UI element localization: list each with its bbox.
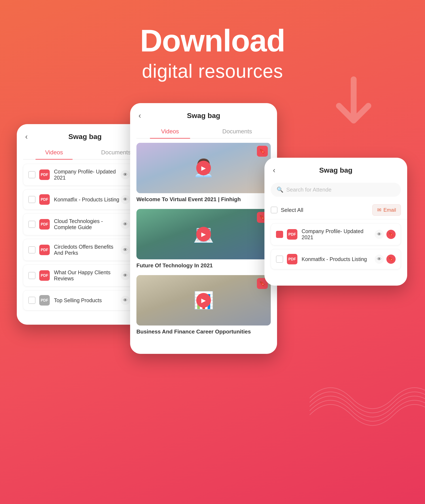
right-pdf-icon-1: PDF (287, 229, 297, 240)
video-label-3: Business And Finance Career Opportunitie… (136, 329, 271, 335)
phone-center-tabs: Videos Documents (136, 124, 271, 139)
doc-name-6: Top Selling Products (54, 297, 121, 303)
doc-checkbox-6[interactable] (28, 297, 35, 304)
right-doc-name-2: Konmatfix - Products Listing (302, 256, 375, 262)
doc-checkbox-3[interactable] (28, 221, 35, 228)
doc-item-4: PDF Circledots Offers Benefits And Perks… (23, 239, 147, 261)
pdf-icon-4: PDF (39, 245, 50, 255)
doc-item-2: PDF Konmatfix - Products Listing 👁 🔖 (23, 189, 147, 210)
phone-center-back-button[interactable]: ‹ (139, 111, 141, 120)
email-icon: ✉ (377, 207, 381, 213)
doc-item-1: PDF Company Profile- Updated 2021 👁 🔖 (23, 164, 147, 186)
pdf-icon-5: PDF (39, 270, 50, 281)
right-doc-checkbox-1[interactable] (276, 231, 283, 238)
doc-name-3: Cloud Technologies - Complete Guide (54, 218, 121, 230)
phone-left-back-button[interactable]: ‹ (25, 132, 28, 141)
phone-left-tabs: Videos Documents (23, 145, 147, 160)
phone-center-header: ‹ Swag bag (130, 103, 277, 124)
phone-right: ‹ Swag bag 🔍 Search for Attende Select A… (265, 158, 407, 286)
doc-name-1: Company Profile- Updated 2021 (54, 169, 121, 181)
video-item-3: ▶ 🔖 Business And Finance Career Opportun… (136, 275, 271, 335)
doc-checkbox-1[interactable] (28, 171, 35, 178)
video-label-2: Future Of Technology In 2021 (136, 262, 271, 269)
right-save-btn-2[interactable]: 🔖 (386, 255, 396, 264)
video-thumb-2: ▶ 🔖 (136, 209, 271, 259)
play-btn-1[interactable]: ▶ (196, 161, 211, 175)
eye-btn-1[interactable]: 👁 (121, 170, 130, 179)
doc-name-4: Circledots Offers Benefits And Perks (54, 244, 121, 256)
phones-container: ‹ Swag bag Videos Documents PDF Company … (0, 99, 425, 435)
email-label: Email (384, 207, 396, 213)
search-icon: 🔍 (277, 187, 283, 193)
select-all-left: Select All (271, 207, 303, 213)
right-doc-item-1: PDF Company Profile- Updated 2021 👁 🔖 (271, 223, 401, 245)
hero-title: Download (0, 25, 425, 56)
email-button[interactable]: ✉ Email (372, 204, 401, 216)
right-eye-btn-2[interactable]: 👁 (375, 255, 384, 264)
eye-btn-5[interactable]: 👁 (121, 271, 130, 280)
save-badge-1[interactable]: 🔖 (257, 146, 268, 157)
phone-right-back-button[interactable]: ‹ (273, 166, 275, 175)
select-all-row: Select All ✉ Email (265, 201, 407, 219)
eye-btn-4[interactable]: 👁 (121, 245, 130, 255)
right-doc-checkbox-2[interactable] (276, 255, 283, 263)
right-doc-name-1: Company Profile- Updated 2021 (302, 228, 375, 241)
pdf-icon-6: PDF (39, 295, 50, 306)
right-pdf-icon-2: PDF (287, 254, 297, 264)
phone-right-header: ‹ Swag bag (265, 158, 407, 179)
pdf-icon-1: PDF (39, 169, 50, 180)
doc-name-5: What Our Happy Clients Reviews (54, 269, 121, 282)
video-item-1: ▶ 🔖 Welcome To Virtual Event 2021 | Finh… (136, 143, 271, 203)
right-doc-actions-2: 👁 🔖 (375, 255, 396, 264)
video-label-1: Welcome To Virtual Event 2021 | Finhigh (136, 196, 271, 203)
pdf-icon-2: PDF (39, 194, 50, 205)
select-all-checkbox[interactable] (271, 207, 278, 213)
phone-right-doc-list: PDF Company Profile- Updated 2021 👁 🔖 PD… (265, 219, 407, 277)
doc-checkbox-5[interactable] (28, 272, 35, 279)
doc-item-3: PDF Cloud Technologies - Complete Guide … (23, 213, 147, 235)
phone-center-video-list: ▶ 🔖 Welcome To Virtual Event 2021 | Finh… (130, 139, 277, 345)
doc-name-2: Konmatfix - Products Listing (54, 196, 121, 203)
phone-center-title: Swag bag (187, 112, 220, 120)
right-eye-btn-1[interactable]: 👁 (375, 230, 384, 239)
hero-subtitle: digital resources (0, 60, 425, 82)
search-bar[interactable]: 🔍 Search for Attende (271, 183, 401, 197)
phone-right-title: Swag bag (319, 166, 352, 174)
tab-videos-left[interactable]: Videos (23, 145, 85, 159)
select-all-label: Select All (281, 207, 303, 213)
right-doc-item-2: PDF Konmatfix - Products Listing 👁 🔖 (271, 249, 401, 269)
play-btn-3[interactable]: ▶ (196, 293, 211, 308)
doc-checkbox-2[interactable] (28, 196, 35, 203)
video-item-2: ▶ 🔖 Future Of Technology In 2021 (136, 209, 271, 269)
eye-btn-3[interactable]: 👁 (121, 220, 130, 229)
tab-documents-center[interactable]: Documents (204, 124, 271, 138)
play-btn-2[interactable]: ▶ (196, 227, 211, 242)
phone-left-title: Swag bag (68, 133, 102, 141)
search-placeholder[interactable]: Search for Attende (286, 187, 331, 193)
hero-section: Download digital resources (0, 0, 425, 82)
video-thumb-1: ▶ 🔖 (136, 143, 271, 193)
pdf-icon-3: PDF (39, 219, 50, 229)
right-save-btn-1[interactable]: 🔖 (386, 230, 396, 239)
video-thumb-3: ▶ 🔖 (136, 275, 271, 325)
eye-btn-2[interactable]: 👁 (121, 195, 130, 204)
doc-item-6: PDF Top Selling Products 👁 🔖 (23, 290, 147, 310)
doc-item-5: PDF What Our Happy Clients Reviews 👁 🔖 (23, 265, 147, 286)
right-doc-actions-1: 👁 🔖 (375, 230, 396, 239)
doc-checkbox-4[interactable] (28, 246, 35, 254)
tab-videos-center[interactable]: Videos (136, 124, 204, 138)
phone-center: ‹ Swag bag Videos Documents ▶ 🔖 Welcome … (130, 103, 277, 354)
eye-btn-6[interactable]: 👁 (121, 296, 130, 305)
